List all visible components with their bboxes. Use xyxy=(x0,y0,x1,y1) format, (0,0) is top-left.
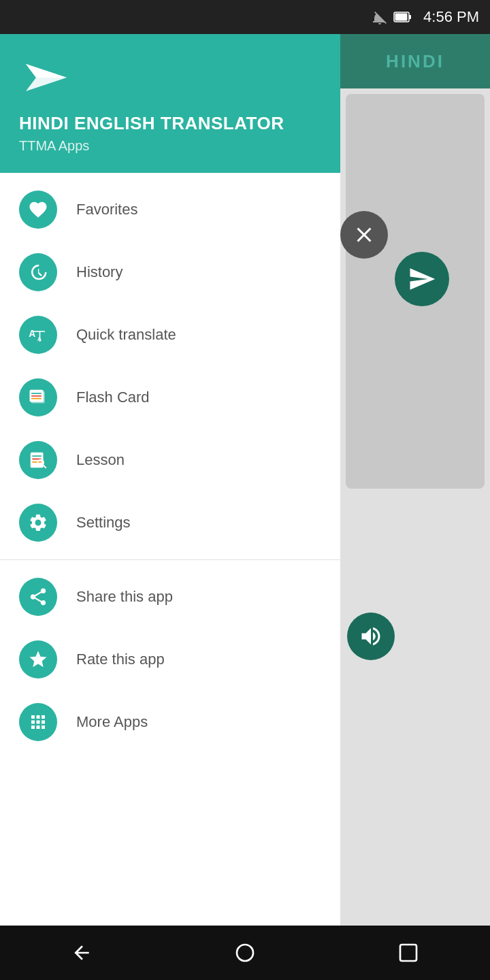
settings-icon-container xyxy=(19,504,57,542)
star-icon-container xyxy=(19,640,57,679)
translate-icon-container: A A xyxy=(19,316,57,354)
svg-rect-16 xyxy=(32,455,42,457)
gear-icon xyxy=(28,512,48,533)
translate-icon: A A xyxy=(28,325,48,345)
drawer-header: HINDI ENGLISH TRANSLATOR TTMA Apps xyxy=(0,34,340,173)
quick-translate-label: Quick translate xyxy=(76,326,176,344)
menu-item-flash-card[interactable]: Flash Card xyxy=(0,366,340,429)
lesson-label: Lesson xyxy=(76,451,125,469)
favorites-icon-container xyxy=(19,191,57,229)
svg-rect-12 xyxy=(31,393,42,394)
settings-label: Settings xyxy=(76,514,131,532)
status-time: 4:56 PM xyxy=(423,8,479,26)
clock-icon xyxy=(28,262,48,282)
close-button[interactable] xyxy=(340,211,388,259)
home-button[interactable] xyxy=(225,932,265,973)
navigation-drawer: HINDI ENGLISH TRANSLATOR TTMA Apps Favor… xyxy=(0,34,340,946)
menu-item-settings[interactable]: Settings xyxy=(0,491,340,554)
favorites-label: Favorites xyxy=(76,201,137,218)
lesson-icon-container xyxy=(19,441,57,479)
history-icon-container xyxy=(19,253,57,291)
menu-item-quick-translate[interactable]: A A Quick translate xyxy=(0,304,340,366)
history-label: History xyxy=(76,263,122,281)
svg-rect-22 xyxy=(400,945,416,961)
back-button[interactable] xyxy=(61,932,102,973)
menu-item-share[interactable]: Share this app xyxy=(0,566,340,628)
status-bar: 4:56 PM xyxy=(0,0,490,34)
menu-item-lesson[interactable]: Lesson xyxy=(0,429,340,491)
speaker-button[interactable] xyxy=(347,612,395,660)
battery-icon xyxy=(393,9,412,25)
heart-icon xyxy=(28,199,48,220)
lesson-icon xyxy=(28,450,48,470)
grid-icon-container xyxy=(19,703,57,741)
hindi-label: HINDI xyxy=(340,34,490,88)
share-icon-container xyxy=(19,578,57,616)
svg-marker-4 xyxy=(26,64,67,78)
status-icons: 4:56 PM xyxy=(372,8,479,26)
flash-card-label: Flash Card xyxy=(76,389,150,406)
menu-item-favorites[interactable]: Favorites xyxy=(0,178,340,241)
svg-rect-1 xyxy=(409,15,411,19)
share-icon xyxy=(28,587,48,607)
menu-item-more-apps[interactable]: More Apps xyxy=(0,691,340,753)
rate-label: Rate this app xyxy=(76,651,165,668)
flashcard-icon xyxy=(28,387,48,408)
svg-point-21 xyxy=(237,945,253,961)
menu-list: Favorites History A A Quick tr xyxy=(0,173,340,946)
svg-rect-13 xyxy=(31,395,42,397)
navigation-bar xyxy=(0,926,490,980)
menu-item-rate[interactable]: Rate this app xyxy=(0,628,340,691)
svg-text:A: A xyxy=(29,329,35,339)
grid-icon xyxy=(28,712,48,732)
notification-off-icon xyxy=(372,9,388,25)
star-icon xyxy=(28,649,48,670)
share-label: Share this app xyxy=(76,588,173,606)
svg-rect-14 xyxy=(31,398,42,399)
recents-button[interactable] xyxy=(388,932,429,973)
menu-divider xyxy=(0,559,340,560)
flashcard-icon-container xyxy=(19,378,57,416)
svg-rect-18 xyxy=(32,461,42,463)
send-button[interactable] xyxy=(395,252,449,306)
app-subtitle: TTMA Apps xyxy=(19,138,321,154)
svg-rect-2 xyxy=(395,14,408,21)
app-logo xyxy=(19,50,74,105)
menu-item-history[interactable]: History xyxy=(0,241,340,304)
app-title: HINDI ENGLISH TRANSLATOR xyxy=(19,113,321,134)
more-apps-label: More Apps xyxy=(76,713,148,731)
